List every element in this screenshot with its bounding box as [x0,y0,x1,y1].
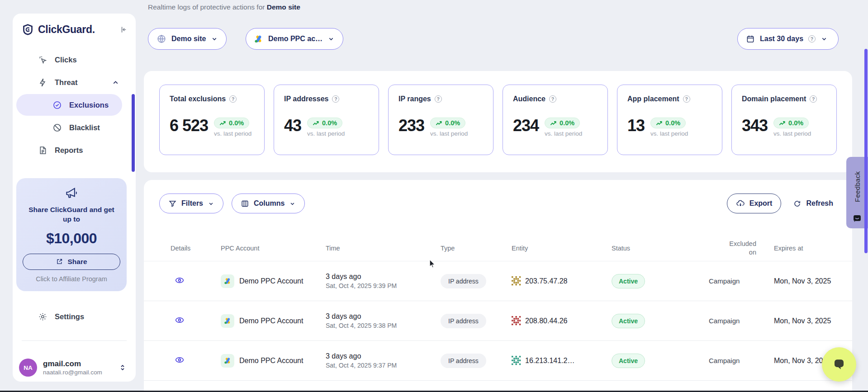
ppc-account-selector-dropdown[interactable]: Demo PPC ac… [246,28,343,50]
status-badge: Active [612,354,645,368]
page-scrollbar[interactable] [864,49,868,253]
stat-label: Domain placement [742,95,806,103]
chat-bubble-icon [832,357,846,372]
stat-delta-badge: 0.0% [773,118,809,128]
stat-value: 343 [742,118,768,134]
promo-amount: $10,000 [16,230,127,247]
refresh-button[interactable]: Refresh [789,194,837,213]
share-button[interactable]: Share [23,254,120,270]
trend-up-icon [656,120,663,126]
trend-up-icon [436,120,442,126]
help-icon[interactable]: ? [683,95,690,103]
google-ads-icon [221,274,234,288]
sidebar-item-blacklist[interactable]: Blacklist [13,116,136,139]
table-row: Demo PPC Account 3 days ago Sat, Oct 4, … [144,341,852,381]
row-details-button[interactable] [175,275,185,285]
status-badge: Active [612,274,645,288]
filters-button[interactable]: Filters [159,194,223,213]
column-header: PPC Account [213,245,320,252]
megaphone-icon [65,186,78,200]
table-row: Demo PPC Account 3 days ago Sat, Oct 4, … [144,261,852,301]
ppc-account-name: Demo PPC Account [239,357,303,365]
stat-delta-note: vs. last period [650,130,688,137]
date-range-dropdown[interactable]: Last 30 days ? [737,28,839,50]
affiliate-promo-card[interactable]: Share ClickGuard and get up to $10,000 S… [16,178,127,291]
help-icon[interactable]: ? [549,95,556,103]
columns-button[interactable]: Columns [232,194,305,213]
brand-name[interactable]: ClickGuard. [38,24,95,36]
globe-icon [157,34,166,44]
export-button[interactable]: Export [727,194,782,213]
entity-identicon-icon [512,356,521,365]
clickguard-logo-icon[interactable] [22,24,34,36]
column-header: Type [432,245,507,252]
row-details-button[interactable] [175,315,185,325]
columns-icon [241,199,249,208]
eye-icon [175,275,185,285]
sidebar-scrollbar[interactable] [132,94,135,172]
sidebar-item-exclusions[interactable]: Exclusions [16,94,122,116]
stat-label: Audience [513,95,545,103]
sidebar-item-label: Exclusions [69,101,109,109]
help-icon[interactable]: ? [810,95,817,103]
promo-text: Share ClickGuard and get up to [28,205,114,224]
entity-cell: 16.213.141.2… [507,356,609,365]
sidebar: ClickGuard. Clicks Threat [13,14,136,382]
type-badge: IP address [441,354,486,368]
sidebar-item-reports[interactable]: Reports [13,139,136,161]
stat-delta-badge: 0.0% [650,118,686,128]
gear-icon [38,312,47,321]
entity-identicon-icon [512,316,521,326]
chevron-down-icon [289,200,296,207]
eye-icon [175,315,185,325]
exclusions-table-panel: Filters Columns Export Refresh Details P [144,180,852,392]
stat-card: Total exclusions ? 6 523 0.0% vs. last p… [159,85,265,155]
collapse-sidebar-icon [119,25,128,34]
time-cell: 3 days ago Sat, Oct 4, 2025 9:38 PM [320,312,432,329]
affiliate-note: Click to Affiliate Program [16,275,127,283]
sidebar-item-label: Clicks [55,56,77,64]
entity-identicon-icon [512,276,521,286]
sidebar-nav: Clicks Threat Exclusions [13,48,136,161]
cloud-download-icon [736,199,745,208]
table-toolbar: Filters Columns Export Refresh [144,194,852,213]
row-details-button[interactable] [175,355,185,365]
ppc-account-name: Demo PPC Account [239,277,303,285]
filter-icon [168,199,177,208]
column-header: Details [159,245,213,252]
lightning-icon [38,78,47,87]
stat-label: App placement [627,95,679,103]
column-header: Status [609,245,706,252]
stat-label: IP addresses [284,95,328,103]
account-switcher[interactable]: NA gmail.com naatali.ro@gmail.com [19,354,129,382]
site-selector-dropdown[interactable]: Demo site [148,28,227,50]
external-link-icon [56,258,63,265]
help-icon[interactable]: ? [808,35,816,43]
chevron-down-icon [208,200,214,207]
stat-value: 234 [513,118,539,134]
user-email: naatali.ro@gmail.com [43,369,102,376]
sidebar-collapse-button[interactable] [119,25,128,34]
google-ads-icon [221,354,234,368]
stat-label: IP ranges [398,95,431,103]
help-icon[interactable]: ? [435,95,442,103]
excluded-on-cell: Campaign [706,277,774,285]
table-body: Demo PPC Account 3 days ago Sat, Oct 4, … [144,261,852,392]
cursor-click-icon [38,55,47,65]
sidebar-item-settings[interactable]: Settings [13,305,136,328]
sidebar-settings: Settings [13,305,136,328]
sidebar-item-clicks[interactable]: Clicks [13,48,136,71]
refresh-icon [793,199,802,208]
chat-launcher-button[interactable] [822,347,856,382]
chevron-up-icon [112,79,119,86]
trend-up-icon [219,120,226,126]
badge-check-icon [52,100,62,110]
help-icon[interactable]: ? [332,95,339,103]
stat-delta-badge: 0.0% [545,118,580,128]
trend-up-icon [779,120,786,126]
excluded-on-cell: Campaign [706,357,774,364]
help-icon[interactable]: ? [229,95,237,103]
sidebar-item-threat[interactable]: Threat [13,71,136,94]
page-subtitle: Realtime logs of protective actions for … [148,3,300,11]
eye-icon [175,355,185,365]
